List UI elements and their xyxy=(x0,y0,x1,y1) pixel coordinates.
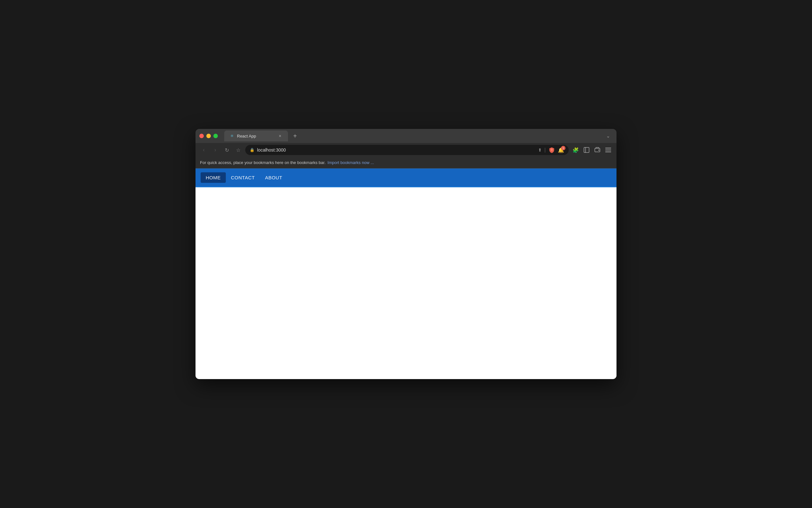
browser-window: ⚛ React App × + ⌄ ‹ › ↻ ☆ 🔒 localhost:30… xyxy=(195,129,617,379)
title-bar: ⚛ React App × + ⌄ xyxy=(195,129,617,143)
close-button[interactable] xyxy=(199,134,204,138)
toolbar-right: 🧩 xyxy=(571,145,613,155)
sidebar-button[interactable] xyxy=(582,145,591,155)
address-bar: ‹ › ↻ ☆ 🔒 localhost:3000 ⬆ | xyxy=(195,143,617,157)
nav-item-home[interactable]: HOME xyxy=(200,172,226,183)
app-body xyxy=(195,187,617,379)
active-tab[interactable]: ⚛ React App × xyxy=(224,130,288,141)
tab-close-button[interactable]: × xyxy=(277,133,283,139)
nav-item-contact[interactable]: CONTACT xyxy=(226,172,260,183)
share-icon[interactable]: ⬆ xyxy=(538,147,542,153)
svg-rect-0 xyxy=(584,147,589,153)
brave-shield-icon[interactable] xyxy=(548,146,555,154)
bookmarks-text: For quick access, place your bookmarks h… xyxy=(200,160,326,165)
tabs-dropdown-button[interactable]: ⌄ xyxy=(604,132,613,140)
app-navbar: HOME CONTACT ABOUT xyxy=(195,168,617,186)
notification-button[interactable]: 🔔 1 xyxy=(558,147,564,153)
back-button[interactable]: ‹ xyxy=(199,145,208,155)
notification-badge: 1 xyxy=(561,146,566,150)
tab-favicon-icon: ⚛ xyxy=(229,133,234,138)
tab-right-controls: ⌄ xyxy=(604,132,613,140)
maximize-button[interactable] xyxy=(213,134,218,138)
nav-item-about[interactable]: ABOUT xyxy=(260,172,287,183)
minimize-button[interactable] xyxy=(206,134,211,138)
menu-button[interactable] xyxy=(604,145,613,155)
reload-button[interactable]: ↻ xyxy=(222,145,231,155)
svg-rect-3 xyxy=(598,150,599,151)
import-bookmarks-link[interactable]: Import bookmarks now ... xyxy=(327,160,374,165)
tab-title: React App xyxy=(237,134,275,138)
bookmark-button[interactable]: ☆ xyxy=(234,145,243,155)
web-content: HOME CONTACT ABOUT xyxy=(195,168,617,379)
lock-icon: 🔒 xyxy=(250,148,255,152)
address-right-icons: ⬆ | 🔔 1 xyxy=(538,146,564,154)
url-display: localhost:3000 xyxy=(257,147,536,153)
traffic-lights xyxy=(199,134,218,138)
address-input[interactable]: 🔒 localhost:3000 ⬆ | 🔔 1 xyxy=(245,145,569,155)
forward-button[interactable]: › xyxy=(211,145,220,155)
wallet-button[interactable] xyxy=(593,145,602,155)
new-tab-button[interactable]: + xyxy=(290,131,300,140)
tab-area: ⚛ React App × + ⌄ xyxy=(224,130,613,141)
extensions-button[interactable]: 🧩 xyxy=(571,145,580,155)
bookmarks-bar: For quick access, place your bookmarks h… xyxy=(195,157,617,168)
